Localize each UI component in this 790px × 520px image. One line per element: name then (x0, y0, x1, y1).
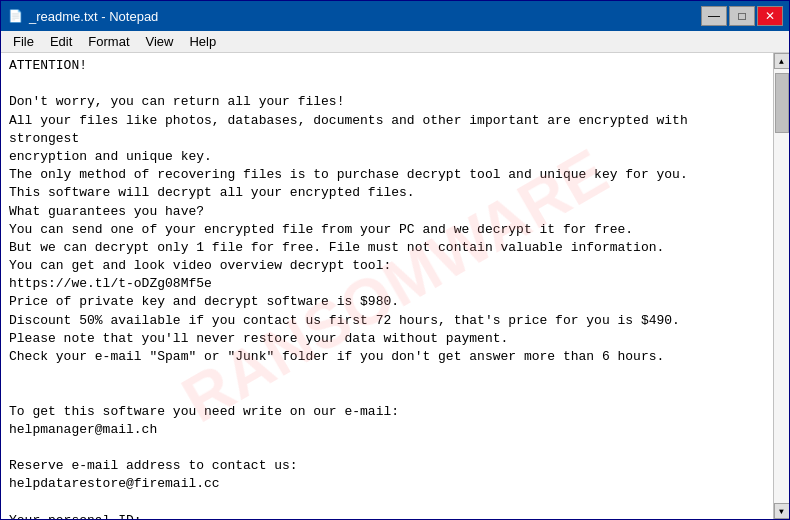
scroll-up-button[interactable]: ▲ (774, 53, 790, 69)
notepad-window: 📄 _readme.txt - Notepad — □ ✕ File Edit … (0, 0, 790, 520)
title-controls: — □ ✕ (701, 6, 783, 26)
window-title: _readme.txt - Notepad (29, 9, 158, 24)
title-bar-left: 📄 _readme.txt - Notepad (7, 8, 158, 24)
text-content[interactable]: ATTENTION! Don't worry, you can return a… (1, 53, 773, 519)
maximize-button[interactable]: □ (729, 6, 755, 26)
menu-view[interactable]: View (138, 32, 182, 51)
minimize-button[interactable]: — (701, 6, 727, 26)
menu-edit[interactable]: Edit (42, 32, 80, 51)
menu-file[interactable]: File (5, 32, 42, 51)
title-bar: 📄 _readme.txt - Notepad — □ ✕ (1, 1, 789, 31)
menu-bar: File Edit Format View Help (1, 31, 789, 53)
menu-help[interactable]: Help (181, 32, 224, 51)
scroll-down-button[interactable]: ▼ (774, 503, 790, 519)
close-button[interactable]: ✕ (757, 6, 783, 26)
app-icon: 📄 (7, 8, 23, 24)
scrollbar-thumb[interactable] (775, 73, 789, 133)
scrollbar-track[interactable] (774, 69, 789, 503)
scrollbar[interactable]: ▲ ▼ (773, 53, 789, 519)
content-area: ATTENTION! Don't worry, you can return a… (1, 53, 789, 519)
menu-format[interactable]: Format (80, 32, 137, 51)
